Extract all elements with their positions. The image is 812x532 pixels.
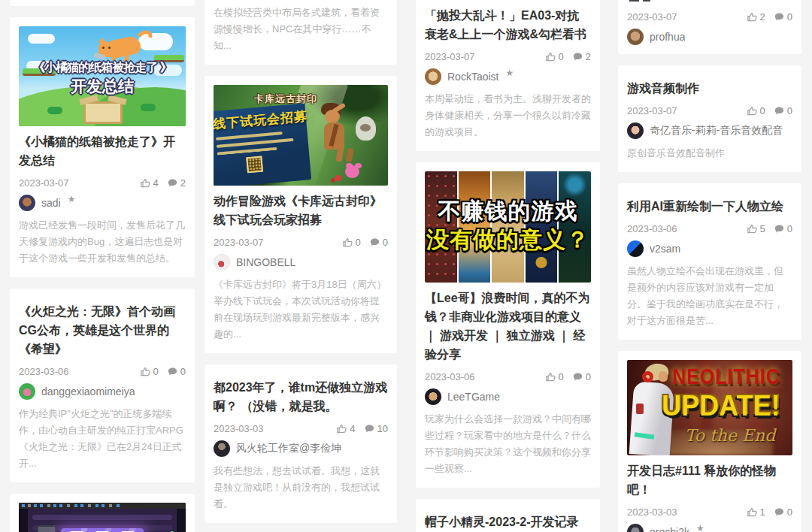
post-author[interactable]: LeeTGame: [425, 388, 591, 405]
post-title[interactable]: 【Lee哥】浪费时间，真的不为钱？非商业化游戏项目的意义 ｜ 游戏开发 ｜ 独立…: [425, 289, 591, 364]
post-title[interactable]: 帽子小精灵-2023-2-开发记录: [425, 512, 591, 531]
author-name[interactable]: orochi2k: [650, 526, 689, 532]
post-author[interactable]: v2sam: [627, 240, 792, 257]
comment-icon: [167, 366, 178, 377]
like-count: 4: [153, 177, 159, 189]
post-card[interactable]: 《小橘猫的纸箱被抢走了 》 开发总结 《小橘猫的纸箱被抢走了》开发总结 2023…: [10, 17, 195, 277]
post-card[interactable]: 帽子小精灵-2023-2-开发记录 2023-03-02 1 1 老大-JKLL…: [416, 499, 600, 532]
post-excerpt: 我有些想法，想去试试看。我想，这就是独立游戏吧！从前没有的，我想试试看。: [214, 463, 388, 512]
game-logo-text: 卡库远古封印: [254, 92, 317, 106]
post-excerpt: 本周晕动症，看书为主。浅聊开发者的身体健康相关，分享一个很久以前冷藏的游戏项目。: [425, 91, 591, 141]
post-meta: 2023-03-06 0 0: [19, 364, 186, 378]
bar-backdrop: [61, 528, 144, 532]
star-icon: ★: [505, 68, 514, 78]
avatar: [19, 195, 35, 211]
author-name[interactable]: LeeTGame: [447, 391, 500, 403]
pixel-bar-scene: [28, 509, 177, 532]
clipped-title: [627, 0, 792, 4]
post-stats: 4 2: [140, 177, 186, 189]
post-title[interactable]: 都2023年了，谁tm还做独立游戏啊？ （没错，就是我。: [214, 378, 388, 416]
like-count: 2: [760, 11, 765, 23]
avatar: [627, 29, 644, 45]
author-name[interactable]: RockTaoist: [447, 71, 498, 83]
post-excerpt: 虽然人物立绘不会出现在游戏里，但是额外的内容应该对游戏有一定加分。鉴于我的绘画功…: [627, 263, 792, 329]
avatar: [214, 440, 230, 457]
post-title[interactable]: 动作冒险游戏《卡库远古封印》线下试玩会玩家招募: [214, 192, 388, 229]
cloud-shape: [28, 34, 55, 44]
post-thumbnail[interactable]: 不赚钱的游戏 没有做的意义？: [425, 171, 591, 283]
thumbs-up-icon: [545, 371, 556, 382]
thumbnail-overlay-text: 《小橘猫的纸箱被抢走了 》 开发总结: [19, 59, 186, 96]
feed-column-2: 在模拟经营类中布局各式建筑，看着资源慢慢增长，NPC在其中穿行……不知... 卡…: [205, 0, 397, 532]
author-name[interactable]: 风火轮工作室@李俭坤: [236, 442, 341, 455]
post-date: 2023-03-07: [19, 177, 69, 189]
like-count: 5: [760, 223, 765, 234]
post-meta: 2023-03-03 4 10: [214, 422, 388, 435]
avatar: [425, 388, 441, 405]
thumbnail-overlay-text: NEOLITHIC: [660, 364, 792, 389]
like-count: 4: [350, 423, 355, 434]
post-title[interactable]: 《火炬之光：无限》首个动画CG公布，英雄是这个世界的《希望》: [19, 302, 186, 358]
bush-shape: [47, 107, 62, 114]
post-card-clipped[interactable]: 在模拟经营类中布局各式建筑，看着资源慢慢增长，NPC在其中穿行……不知...: [205, 0, 397, 65]
banner-info-line: [216, 131, 283, 141]
post-date: 2023-03-07: [627, 11, 677, 23]
like-count: 0: [559, 371, 564, 382]
post-stats: 1 0: [747, 506, 792, 518]
author-name[interactable]: v2sam: [650, 243, 680, 255]
post-excerpt: 《卡库远古封印》将于3月18日（周六）举办线下试玩会，本次试玩活动你将提前在现场…: [214, 277, 388, 343]
thumbnail-overlay-text: UPDATE!: [650, 388, 792, 422]
post-thumbnail[interactable]: NEOLITHIC UPDATE! To the End: [627, 360, 792, 455]
post-card[interactable]: 卡库远古封印 线下试玩会招募 动作冒险游戏《卡库远古封印》线下试玩会玩家招募 2…: [205, 76, 397, 353]
post-meta: 2023-03-07 4 2: [19, 176, 186, 189]
post-title[interactable]: 利用AI重新绘制一下人物立绘: [627, 197, 792, 216]
banner-info-line: [217, 138, 294, 148]
author-name[interactable]: profhua: [650, 31, 685, 43]
post-date: 2023-03-06: [627, 223, 677, 234]
post-author[interactable]: orochi2k ★: [627, 524, 792, 532]
thumbnail-overlay-text: To the End: [669, 426, 791, 445]
thumbs-up-icon: [747, 223, 758, 234]
author-name[interactable]: danggexiaomimeiya: [41, 385, 135, 397]
post-card[interactable]: 「抛投大乱斗！」EA03-对抗衰老&上上一个游戏&勾栏看书 2023-03-07…: [416, 0, 600, 151]
post-author[interactable]: danggexiaomimeiya: [19, 383, 186, 400]
post-card[interactable]: 《火炬之光：无限》首个动画CG公布，英雄是这个世界的《希望》 2023-03-0…: [10, 289, 195, 482]
post-stats: 0 0: [545, 371, 591, 382]
banner-info-line: [217, 147, 277, 156]
post-card[interactable]: 利用AI重新绘制一下人物立绘 2023-03-06 5 0 v2sam 虽然人物…: [618, 183, 801, 340]
post-title[interactable]: 《小橘猫的纸箱被抢走了》开发总结: [19, 132, 186, 170]
post-thumbnail[interactable]: [19, 503, 186, 532]
post-author[interactable]: 风火轮工作室@李俭坤: [214, 440, 388, 457]
post-meta: 2023-03-06 5 0: [627, 222, 792, 235]
post-thumbnail[interactable]: 卡库远古封印 线下试玩会招募: [214, 85, 388, 186]
post-author[interactable]: BINGOBELL: [214, 254, 388, 271]
post-title[interactable]: 开发日志#111 释放你的怪物吧！: [627, 461, 792, 499]
post-author[interactable]: profhua: [627, 29, 792, 45]
author-name[interactable]: 奇亿音乐-莉莉-音乐音效配音: [650, 124, 783, 138]
post-author[interactable]: 奇亿音乐-莉莉-音乐音效配音: [627, 122, 792, 139]
cardboard-box-shape: [83, 101, 123, 124]
thumbs-up-icon: [747, 11, 758, 23]
thumbs-up-icon: [747, 506, 758, 518]
post-card-clipped[interactable]: 2023-03-07 2 0 profhua: [618, 0, 801, 54]
post-card[interactable]: 不赚钱的游戏 没有做的意义？ 【Lee哥】浪费时间，真的不为钱？非商业化游戏项目…: [416, 162, 600, 488]
post-title[interactable]: 游戏音频制作: [627, 79, 792, 98]
comment-count: 0: [180, 366, 186, 377]
editor-toolbar-strip: [19, 503, 186, 509]
post-author[interactable]: RockTaoist ★: [425, 68, 591, 85]
like-count: 0: [356, 237, 361, 248]
post-card[interactable]: [10, 494, 195, 532]
thumbs-up-icon: [140, 177, 151, 189]
post-thumbnail[interactable]: 《小橘猫的纸箱被抢走了 》 开发总结: [19, 26, 186, 126]
post-excerpt: 玩家为什么会选择一款游戏？中间有哪些过程？玩家看中的地方是什么？什么环节影响购买…: [425, 411, 591, 477]
post-card[interactable]: NEOLITHIC UPDATE! To the End 开发日志#111 释放…: [618, 351, 801, 532]
headphones-shape: [642, 371, 653, 382]
feed-column-4: 2023-03-07 2 0 profhua 游戏音频制作 2023-03-07…: [618, 0, 801, 532]
comment-icon: [167, 177, 178, 189]
post-title[interactable]: 「抛投大乱斗！」EA03-对抗衰老&上上一个游戏&勾栏看书: [425, 6, 591, 44]
post-card[interactable]: 都2023年了，谁tm还做独立游戏啊？ （没错，就是我。 2023-03-03 …: [205, 364, 397, 523]
author-name[interactable]: sadi: [41, 197, 61, 209]
post-card[interactable]: 游戏音频制作 2023-03-07 0 0 奇亿音乐-莉莉-音乐音效配音 原创音…: [618, 65, 801, 172]
post-author[interactable]: sadi ★: [19, 195, 186, 211]
author-name[interactable]: BINGOBELL: [236, 256, 295, 268]
